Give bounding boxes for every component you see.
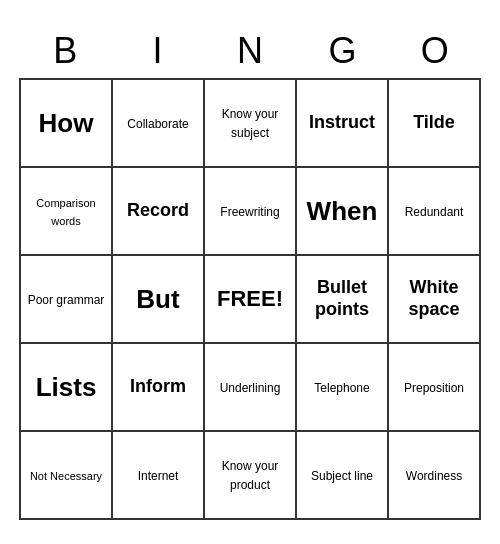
bingo-cell: Instruct [296, 79, 388, 167]
header-letter: N [204, 24, 296, 78]
bingo-cell: Record [112, 167, 204, 255]
bingo-cell: Inform [112, 343, 204, 431]
header-letter: B [19, 24, 111, 78]
bingo-cell: Redundant [388, 167, 480, 255]
cell-text: Tilde [413, 112, 455, 132]
cell-text: Instruct [309, 112, 375, 132]
cell-text: White space [408, 277, 459, 319]
cell-text: Wordiness [406, 469, 462, 483]
cell-text: Not Necessary [30, 470, 102, 482]
bingo-cell: How [20, 79, 112, 167]
bingo-cell: Underlining [204, 343, 296, 431]
cell-text: Bullet points [315, 277, 369, 319]
bingo-grid: HowCollaborateKnow your subjectInstructT… [19, 78, 481, 520]
bingo-cell: When [296, 167, 388, 255]
cell-text: Underlining [220, 381, 281, 395]
cell-text: When [307, 196, 378, 226]
cell-text: Internet [138, 469, 179, 483]
header-letter: G [296, 24, 388, 78]
cell-text: Comparison words [36, 197, 95, 227]
table-row: ListsInformUnderliningTelephonePrepositi… [20, 343, 480, 431]
bingo-cell: Not Necessary [20, 431, 112, 519]
bingo-cell: Freewriting [204, 167, 296, 255]
table-row: Poor grammarButFREE!Bullet pointsWhite s… [20, 255, 480, 343]
bingo-cell: Collaborate [112, 79, 204, 167]
cell-text: How [39, 108, 94, 138]
bingo-cell: Tilde [388, 79, 480, 167]
table-row: Not NecessaryInternetKnow your productSu… [20, 431, 480, 519]
bingo-cell: Poor grammar [20, 255, 112, 343]
cell-text: Redundant [405, 205, 464, 219]
cell-text: Inform [130, 376, 186, 396]
cell-text: Record [127, 200, 189, 220]
bingo-cell: Know your product [204, 431, 296, 519]
header-letter: O [389, 24, 481, 78]
bingo-cell: Telephone [296, 343, 388, 431]
bingo-cell: Subject line [296, 431, 388, 519]
bingo-cell: Wordiness [388, 431, 480, 519]
cell-text: Subject line [311, 469, 373, 483]
bingo-cell: Preposition [388, 343, 480, 431]
cell-text: Freewriting [220, 205, 279, 219]
cell-text: Telephone [314, 381, 369, 395]
cell-text: But [136, 284, 179, 314]
bingo-header: BINGO [19, 24, 481, 78]
bingo-cell: Comparison words [20, 167, 112, 255]
header-letter: I [111, 24, 203, 78]
bingo-cell: FREE! [204, 255, 296, 343]
table-row: Comparison wordsRecordFreewritingWhenRed… [20, 167, 480, 255]
bingo-cell: Internet [112, 431, 204, 519]
cell-text: Lists [36, 372, 97, 402]
cell-text: Poor grammar [28, 293, 105, 307]
bingo-cell: Lists [20, 343, 112, 431]
table-row: HowCollaborateKnow your subjectInstructT… [20, 79, 480, 167]
cell-text: FREE! [217, 286, 283, 311]
bingo-cell: White space [388, 255, 480, 343]
cell-text: Collaborate [127, 117, 188, 131]
cell-text: Preposition [404, 381, 464, 395]
cell-text: Know your subject [222, 107, 279, 140]
bingo-cell: Know your subject [204, 79, 296, 167]
bingo-cell: But [112, 255, 204, 343]
bingo-cell: Bullet points [296, 255, 388, 343]
cell-text: Know your product [222, 459, 279, 492]
